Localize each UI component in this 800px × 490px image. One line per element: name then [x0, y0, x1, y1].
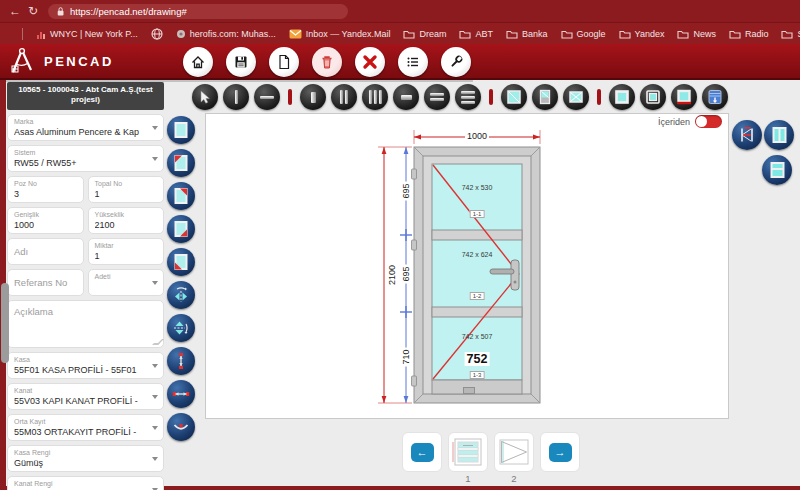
drawing-canvas[interactable]: İçeriden — [205, 113, 729, 419]
kanat-rengi-select[interactable]: Kanat Rengi Gümüş — [7, 476, 164, 490]
main-area: 10565 - 1000043 - Abt Cam A.Ş.(test proj… — [0, 80, 800, 490]
roller-shutter-button[interactable] — [702, 84, 728, 110]
bookmark-globe[interactable] — [151, 28, 163, 40]
folder-icon — [459, 29, 471, 39]
view-toggle-switch[interactable] — [695, 115, 722, 128]
bookmark-folder-shopping[interactable]: Shopping — [781, 29, 800, 39]
bookmark-yandex-mail[interactable]: Inbox — Yandex.Mail — [289, 29, 391, 39]
miktar-field[interactable]: Miktar 1 — [88, 238, 165, 265]
variant-thumbnail-2[interactable] — [494, 432, 534, 472]
kasa-select[interactable]: Kasa 55F01 KASA PROFİLİ - 55F01 — [7, 352, 164, 379]
bookmark-folder-dream[interactable]: Dream — [403, 29, 446, 39]
frame-style-a-button[interactable] — [609, 84, 635, 110]
mirror-horizontal-button[interactable] — [167, 281, 195, 309]
settings-button[interactable] — [441, 47, 471, 77]
door-thumbnail-icon — [451, 437, 485, 467]
marka-select[interactable]: Marka Asas Aluminum Pencere & Kap — [7, 114, 164, 141]
hinge-top-right-button[interactable] — [167, 182, 195, 210]
three-vertical-mullions-button[interactable] — [362, 84, 388, 110]
folder-icon — [506, 29, 518, 39]
one-vertical-mullion-button[interactable] — [300, 84, 326, 110]
two-pane-window-button[interactable] — [764, 120, 794, 150]
frame-style-b-button[interactable] — [640, 84, 666, 110]
bookmark-wnyc[interactable]: WNYC | New York P... — [36, 29, 138, 39]
bookmark-folder-banka[interactable]: Banka — [506, 29, 548, 39]
two-horizontal-transoms-button[interactable] — [424, 84, 450, 110]
save-button[interactable] — [226, 47, 256, 77]
prev-page-button[interactable]: ← — [411, 443, 434, 462]
list-button[interactable] — [398, 47, 428, 77]
transom-window-button[interactable] — [762, 155, 792, 185]
arc-dimension-button[interactable] — [167, 413, 195, 441]
door-button[interactable] — [532, 84, 558, 110]
url-text: https://pencad.net/drawing# — [70, 6, 187, 17]
kanat-select[interactable]: Kanat 55V03 KAPI KANAT PROFİLİ - — [7, 383, 164, 410]
select-tool-button[interactable] — [192, 84, 218, 110]
chevron-down-icon — [152, 457, 158, 461]
sidebar-scrollbar-thumb[interactable] — [1, 283, 9, 363]
next-page-button[interactable]: → — [549, 443, 572, 462]
topal-no-field[interactable]: Topal No 1 — [88, 176, 165, 203]
browser-top-bar: ← ↻ https://pencad.net/drawing# — [0, 0, 800, 22]
reload-icon[interactable]: ↻ — [24, 0, 42, 22]
bookmark-folder-radio[interactable]: Radio — [729, 29, 769, 39]
trash-icon — [319, 54, 335, 70]
bookmark-herofis[interactable]: herofis.com: Muhas... — [176, 29, 276, 39]
vertical-dimension-button[interactable] — [167, 347, 195, 375]
drawing-toolbar — [192, 84, 728, 110]
referans-no-field[interactable]: Referans No — [7, 269, 84, 296]
panel-1-size: 742 x 530 — [462, 184, 493, 191]
bookmark-folder-yandex[interactable]: Yandex — [619, 29, 665, 39]
poz-no-field[interactable]: Poz No 3 — [7, 176, 84, 203]
one-horizontal-transom-button[interactable] — [393, 84, 419, 110]
hinge-top-left-button[interactable] — [167, 149, 195, 177]
variant-1-label: 1 — [465, 473, 470, 484]
yukseklik-field[interactable]: Yükseklik 2100 — [88, 207, 165, 234]
window-hinge-tl-icon — [173, 154, 189, 172]
panel-3-note: 752 — [465, 352, 490, 366]
delete-button[interactable] — [312, 47, 342, 77]
genislik-field[interactable]: Genişlik 1000 — [7, 207, 84, 234]
home-button[interactable] — [183, 47, 213, 77]
wrench-icon — [448, 54, 464, 70]
list-icon — [405, 54, 421, 70]
fixed-x-window-button[interactable] — [563, 84, 589, 110]
three-horizontal-transoms-button[interactable] — [455, 84, 481, 110]
adeti-select[interactable]: Adeti — [88, 269, 165, 296]
back-icon[interactable]: ← — [6, 0, 24, 22]
fixed-window-button[interactable] — [167, 116, 195, 144]
kasa-rengi-select[interactable]: Kasa Rengi Gümüş — [7, 445, 164, 472]
hinge-bottom-left-button[interactable] — [167, 248, 195, 276]
bookmark-folder-google[interactable]: Google — [561, 29, 606, 39]
site-favicon-icon — [176, 29, 186, 39]
toggle-knob — [696, 116, 707, 127]
profile-section-button[interactable] — [732, 120, 762, 150]
door-icon — [537, 89, 553, 105]
orta-kayit-select[interactable]: Orta Kayıt 55M03 ORTAKAYIT PROFİLİ - — [7, 414, 164, 441]
new-document-button[interactable] — [269, 47, 299, 77]
adi-field[interactable]: Adı — [7, 238, 84, 265]
chevron-down-icon — [152, 426, 158, 430]
close-button[interactable] — [355, 47, 385, 77]
variant-thumbnail-1[interactable] — [448, 432, 488, 472]
frame-with-sill-button[interactable] — [671, 84, 697, 110]
sistem-select[interactable]: Sistem RW55 / RW55+ — [7, 145, 164, 172]
address-bar[interactable]: https://pencad.net/drawing# — [48, 4, 348, 19]
panel-2-size: 742 x 624 — [462, 251, 493, 258]
resize-grip-icon[interactable] — [152, 339, 164, 345]
bookmark-folder-abt[interactable]: ABT — [459, 29, 493, 39]
vertical-split-tool-button[interactable] — [223, 84, 249, 110]
casement-window-button[interactable] — [501, 84, 527, 110]
mirror-vertical-button[interactable] — [167, 314, 195, 342]
compass-logo-icon — [8, 47, 38, 75]
horizontal-split-tool-button[interactable] — [254, 84, 280, 110]
two-vertical-mullions-button[interactable] — [331, 84, 357, 110]
aciklama-textarea[interactable]: Açıklama — [7, 300, 164, 348]
bookmark-folder-news[interactable]: News — [677, 29, 716, 39]
window-type-toolbar — [167, 116, 195, 441]
horizontal-dimension-button[interactable] — [167, 380, 195, 408]
home-icon — [190, 54, 206, 70]
fixed-window-icon — [173, 121, 189, 139]
hinge-bottom-right-button[interactable] — [167, 215, 195, 243]
cursor-icon — [197, 89, 213, 105]
